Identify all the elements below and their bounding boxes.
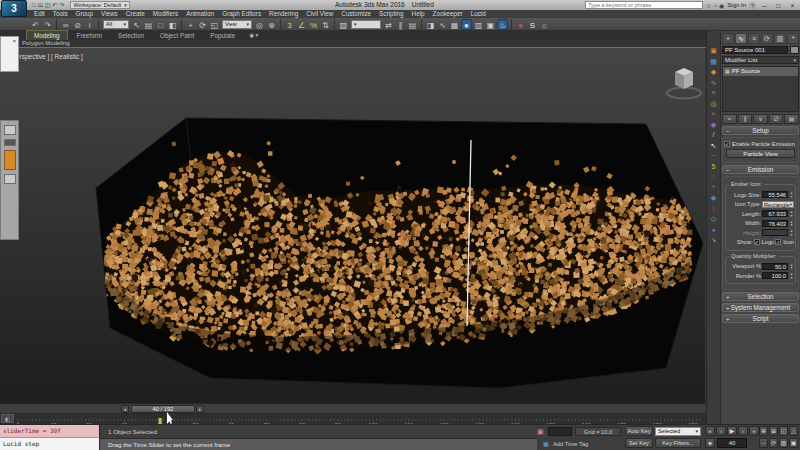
plugin-icon-12[interactable]: 5 [712,163,716,170]
show-end-result-button[interactable]: ∥ [738,114,753,124]
current-frame-field[interactable]: 40 [717,438,747,448]
render-spinner[interactable]: ▴▾ [789,272,794,279]
menu-graph-editors[interactable]: Graph Editors [218,10,265,18]
height-spinner[interactable]: ▴▾ [789,229,794,236]
particle-view-button[interactable]: Particle View [726,149,795,158]
selection-lock-icon[interactable]: ▣ [537,428,544,436]
pan-icon[interactable]: ⇔ [759,438,768,448]
select-object-icon[interactable]: ↖ [131,19,142,30]
plugin-icon-16[interactable]: | [713,205,715,212]
command-tab-utilities[interactable]: * [787,33,799,44]
menu-lucid[interactable]: Lucid [467,10,490,18]
select-and-rotate-icon[interactable]: ⟳ [197,19,208,30]
plugin-icon-13[interactable]: ∴ [711,173,715,180]
width-spinner[interactable]: ▴▾ [789,220,794,227]
maximize-viewport-icon[interactable]: ▣ [789,438,798,448]
menu-edit[interactable]: Edit [30,10,49,18]
slider-step-back-button[interactable]: ◂ [121,405,129,413]
logo-size-field[interactable]: 55.546 [762,191,788,198]
object-name-field[interactable]: PF Source 001 [722,46,788,54]
go-to-start-icon[interactable]: « [705,426,715,436]
plugin-icon-8[interactable]: ◆ [711,121,716,128]
bind-to-space-warp-icon[interactable]: ≀ [84,19,95,30]
plugin-icon-4[interactable]: ∿ [711,79,717,86]
plugin-icon-17[interactable]: ◇ [711,215,716,222]
command-tab-motion[interactable]: ⟳ [761,33,773,44]
command-tab-hierarchy[interactable]: ≡ [748,33,760,44]
rollout-setup[interactable]: − Setup [722,126,799,135]
ribbon-tab-freeform[interactable]: Freeform [70,31,110,40]
maxscript-listener-line1[interactable]: sliderTime = 39f [0,425,100,438]
select-and-move-icon[interactable]: + [185,19,196,30]
menu-help[interactable]: Help [408,10,429,18]
modifier-stack-item[interactable]: ▦ PF Source [723,67,798,76]
rollout-system-management[interactable]: +System Management [722,303,799,312]
plugin-icon-1[interactable]: ▣ [710,47,717,54]
play-icon[interactable]: ▶ [727,426,737,436]
window-crossing-icon[interactable]: ◧ [167,19,178,30]
height-field[interactable] [762,229,788,236]
object-color-swatch[interactable] [790,46,799,54]
curve-editor-icon[interactable]: ∿ [437,19,448,30]
polygon-modeling-panel-label[interactable]: Polygon Modeling [22,40,70,46]
minimize-button[interactable]: ─ [759,2,770,9]
graphite-ribbon-icon[interactable]: ◨ [425,19,436,30]
mirror-icon[interactable]: ⇄ [383,19,394,30]
zoom-all-icon[interactable]: ⊞ [769,426,778,436]
show-check-logo[interactable]: ✓Logo [754,239,775,245]
modifier-list-dropdown[interactable]: Modifier List ▾ [722,56,799,64]
rollout-script[interactable]: +Script [722,314,799,323]
select-and-scale-icon[interactable]: ◱ [209,19,220,30]
pin-stack-button[interactable]: ≈ [722,114,737,124]
render-field[interactable]: 100.0 [762,272,788,279]
plugin-icon-5[interactable]: « [712,89,716,96]
undo-icon[interactable]: ↶ [52,0,57,10]
dialog-field[interactable] [4,139,16,146]
sign-in-button[interactable]: Sign In [727,2,746,8]
settings-gear-icon[interactable]: ☼ [539,19,550,30]
next-frame-icon[interactable]: › [738,426,748,436]
rectangular-selection-icon[interactable]: □ [155,19,166,30]
perspective-viewport[interactable]: [ Perspective ] [ Realistic ] [0,48,705,403]
select-and-manipulate-icon[interactable]: ⊕ [266,19,277,30]
spin-down-icon[interactable]: ▾ [789,214,794,218]
search-input[interactable] [585,1,703,9]
render-setup-icon[interactable]: ▥ [473,19,484,30]
zoom-extents-icon[interactable]: ◱ [779,426,788,436]
show-check-icon[interactable]: ✓Icon [775,239,794,245]
schematic-view-icon[interactable]: ▦ [449,19,460,30]
help-menu-button[interactable]: ? [749,2,756,9]
ribbon-menu-toggle[interactable]: ◉ ▾ [249,31,258,40]
menu-views[interactable]: Views [97,10,122,18]
home-icon[interactable]: ⌂ [713,2,717,9]
plugin-icon-18[interactable]: ● [711,226,715,233]
plugin-icon-14[interactable]: * [712,184,715,191]
rollout-selection[interactable]: +Selection [722,292,799,301]
open-mini-curve-editor-button[interactable]: ◧ [1,414,14,423]
close-icon[interactable]: × [12,38,16,44]
maximize-button[interactable]: □ [773,2,784,9]
time-slider-track[interactable]: ◂ 40 / 192 ▸ [0,403,706,414]
dialog-button[interactable] [4,125,16,135]
ribbon-tab-modeling[interactable]: Modeling [26,30,68,40]
menu-create[interactable]: Create [122,10,149,18]
menu-customize[interactable]: Customize [337,10,375,18]
plugin-icon-3[interactable]: ◆ [711,68,716,75]
length-spinner[interactable]: ▴▾ [789,210,794,217]
command-tab-modify[interactable]: ∿ [735,33,747,44]
viewport-spinner[interactable]: ▴▾ [789,263,794,270]
ribbon-tab-selection[interactable]: Selection [111,31,151,40]
reference-coordinate-dropdown[interactable]: View▾ [222,20,252,29]
workspace-dropdown[interactable]: Workspace: Default ▾ [70,1,129,9]
menu-modifiers[interactable]: Modifiers [149,10,183,18]
spin-down-icon[interactable]: ▾ [789,233,794,237]
icon-type-select[interactable]: Rectangle▾ [762,201,794,208]
layer-manager-icon[interactable]: ▤ [407,19,418,30]
plugin-icon-10[interactable]: ↖ [711,142,717,149]
menu-scripting[interactable]: Scripting [375,10,408,18]
menu-civil-view[interactable]: Civil View [302,10,337,18]
zoom-region-icon[interactable]: ▧ [779,438,788,448]
viewport-field[interactable]: 50.0 [762,263,788,270]
icon-checkbox[interactable]: ✓ [775,239,781,245]
plugin-icon-6[interactable]: ◎ [710,100,716,107]
